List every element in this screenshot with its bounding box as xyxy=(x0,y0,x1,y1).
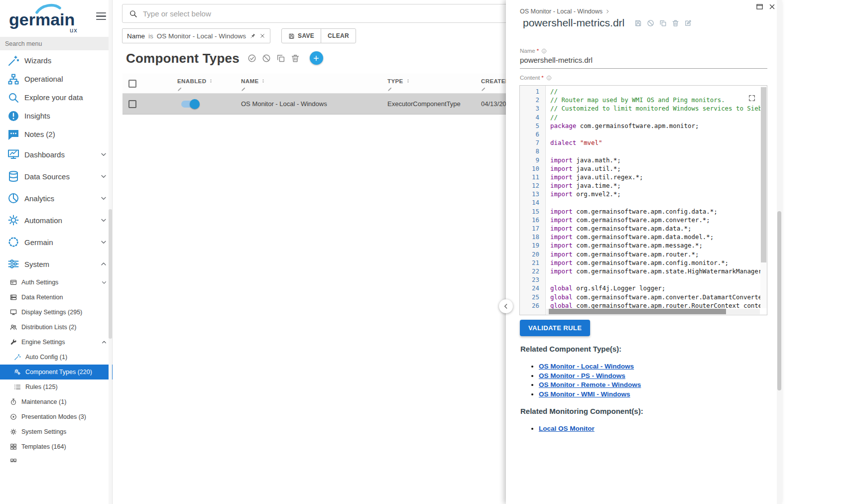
chevron-up-icon xyxy=(101,339,108,346)
chevron-down-icon xyxy=(100,216,108,224)
notes-icon xyxy=(7,128,19,140)
related-monitoring-link[interactable]: Local OS Monitor xyxy=(539,425,595,432)
column-header-enabled[interactable]: ENABLED xyxy=(170,74,234,93)
edit-icon[interactable] xyxy=(684,19,692,27)
sidebar-item-system-settings[interactable]: System Settings xyxy=(0,424,113,439)
validate-rule-button[interactable]: VALIDATE RULE xyxy=(520,320,590,336)
chevron-left-icon xyxy=(502,302,510,310)
editor-horizontal-scrollbar[interactable] xyxy=(546,309,760,314)
copy-icon[interactable] xyxy=(659,19,667,27)
maximize-window-icon[interactable] xyxy=(756,3,763,10)
filter-pencil-icon[interactable] xyxy=(177,87,182,92)
filter-pencil-icon[interactable] xyxy=(387,87,392,92)
drawer-window-controls xyxy=(756,3,776,10)
sidebar-item-display-settings[interactable]: Display Settings (295) xyxy=(0,305,113,320)
code-line: 10import java.util.*; xyxy=(520,164,767,173)
filter-chip[interactable]: Name is OS Monitor - Local - Windows xyxy=(122,28,270,43)
filter-pencil-icon[interactable] xyxy=(241,87,246,92)
germain-logo-icon xyxy=(7,236,19,248)
sidebar-item-dashboards[interactable]: Dashboards xyxy=(0,143,113,165)
sidebar-scrollbar[interactable] xyxy=(109,0,112,504)
sort-icon[interactable] xyxy=(406,79,410,83)
disable-block-icon[interactable] xyxy=(262,54,271,63)
code-line: 24global org.slf4j.Logger logger; xyxy=(520,284,767,292)
trash-icon[interactable] xyxy=(291,54,300,63)
sidebar-item-label: System Settings xyxy=(21,428,66,435)
display-icon xyxy=(10,309,17,316)
sidebar-item-label: Operational xyxy=(24,75,63,83)
filter-field: Name xyxy=(127,32,145,40)
breadcrumb[interactable]: OS Monitor - Local - Windows xyxy=(520,8,610,15)
trash-icon[interactable] xyxy=(672,19,679,27)
related-type-link[interactable]: OS Monitor - Remote - Windows xyxy=(539,381,641,388)
copy-icon[interactable] xyxy=(276,54,285,63)
code-line: 12import java.time.*; xyxy=(520,181,767,190)
disable-block-icon[interactable] xyxy=(647,19,654,27)
sidebar-item-maintenance[interactable]: Maintenance (1) xyxy=(0,394,113,409)
info-icon xyxy=(541,48,547,54)
enabled-toggle[interactable] xyxy=(181,101,198,108)
filter-pencil-icon[interactable] xyxy=(481,87,486,92)
row-name: OS Monitor - Local - Windows xyxy=(234,100,380,108)
wand-icon xyxy=(7,55,19,67)
sidebar-item-insights[interactable]: Insights xyxy=(0,107,113,125)
row-checkbox[interactable] xyxy=(128,100,136,108)
collapse-drawer-button[interactable] xyxy=(499,299,513,313)
enable-check-circle-icon[interactable] xyxy=(247,54,256,63)
code-editor[interactable]: 1//2// Router map used by WMI OS and Pin… xyxy=(519,85,767,315)
sidebar-item-label: Auth Settings xyxy=(21,279,58,286)
column-header-type[interactable]: TYPE xyxy=(380,74,474,93)
sidebar-item-label: Component Types (220) xyxy=(25,369,92,376)
sidebar-item-partial[interactable] xyxy=(0,454,113,462)
sidebar-item-automation[interactable]: Automation xyxy=(0,209,113,231)
sidebar-item-notes[interactable]: Notes (2) xyxy=(0,125,113,143)
list-icon xyxy=(14,383,21,390)
sidebar-item-auto-config[interactable]: Auto Config (1) xyxy=(0,350,113,365)
related-type-link[interactable]: OS Monitor - PS - Windows xyxy=(539,372,625,379)
hamburger-menu-icon[interactable] xyxy=(96,12,106,20)
code-line: 3// Customized to limit monitored Window… xyxy=(520,104,767,113)
close-icon[interactable] xyxy=(768,3,776,10)
sidebar-item-analytics[interactable]: Analytics xyxy=(0,187,113,209)
sidebar-item-explore[interactable]: Explore your data xyxy=(0,88,113,107)
related-type-link[interactable]: OS Monitor - WMI - Windows xyxy=(539,390,630,398)
sidebar-item-templates[interactable]: Templates (164) xyxy=(0,439,113,454)
related-type-link[interactable]: OS Monitor - Local - Windows xyxy=(539,363,634,370)
sidebar-item-wizards[interactable]: Wizards xyxy=(0,51,113,70)
sidebar-item-data-retention[interactable]: Data Retention xyxy=(0,290,113,305)
sidebar-item-operational[interactable]: Operational xyxy=(0,70,113,88)
fullscreen-icon[interactable] xyxy=(748,94,756,102)
sidebar-item-component-types[interactable]: Component Types (220) xyxy=(0,365,113,379)
sidebar-item-presentation-modes[interactable]: Presentation Modes (3) xyxy=(0,409,113,424)
sidebar-item-auth-settings[interactable]: Auth Settings xyxy=(0,275,113,290)
column-header-name[interactable]: NAME xyxy=(234,74,380,93)
sidebar-item-engine-settings[interactable]: Engine Settings xyxy=(0,335,113,350)
sort-icon[interactable] xyxy=(261,79,265,83)
sidebar-item-germain[interactable]: Germain xyxy=(0,231,113,253)
sort-icon[interactable] xyxy=(209,79,213,83)
save-icon[interactable] xyxy=(634,19,642,27)
code-line: 6 xyxy=(520,130,767,138)
content-field: Content* xyxy=(520,75,767,81)
sidebar-search-input[interactable] xyxy=(0,37,109,50)
sidebar-item-label: Dashboards xyxy=(24,150,65,159)
code-line: 5package com.germainsoftware.apm.monitor… xyxy=(520,122,767,130)
select-all-checkbox[interactable] xyxy=(128,80,136,88)
sidebar-item-system[interactable]: System xyxy=(0,253,113,275)
remove-filter-icon[interactable] xyxy=(259,33,265,39)
add-component-type-button[interactable] xyxy=(310,51,323,65)
sidebar-item-data-sources[interactable]: Data Sources xyxy=(0,165,113,187)
sidebar-item-distribution-lists[interactable]: Distribution Lists (2) xyxy=(0,320,113,335)
code-line: 21import com.germainsoftware.apm.config.… xyxy=(520,258,767,267)
gear-icon xyxy=(10,428,17,435)
clear-filter-button[interactable]: CLEAR xyxy=(321,28,356,43)
page-scrollbar[interactable] xyxy=(777,0,782,504)
editor-vertical-scrollbar[interactable] xyxy=(760,86,767,308)
sidebar-item-label: Templates (164) xyxy=(21,443,66,450)
pushpin-icon[interactable] xyxy=(249,33,256,39)
code-line: 9import java.math.*; xyxy=(520,156,767,164)
name-input[interactable]: powershell-metrics.drl xyxy=(520,54,767,69)
sidebar-item-rules[interactable]: Rules (125) xyxy=(0,379,113,394)
save-filter-button[interactable]: SAVE xyxy=(281,28,321,43)
related-component-types-list: OS Monitor - Local - Windows OS Monitor … xyxy=(539,362,641,399)
